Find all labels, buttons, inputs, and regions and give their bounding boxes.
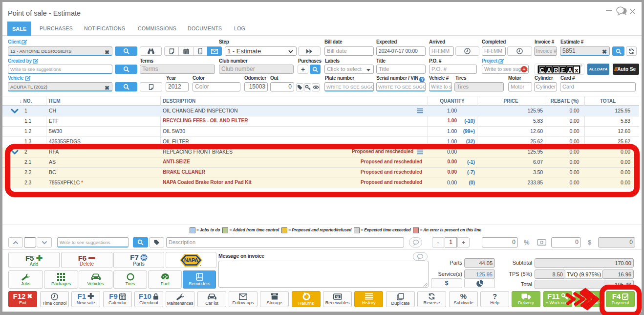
svg-text:NAPA: NAPA xyxy=(184,257,198,263)
